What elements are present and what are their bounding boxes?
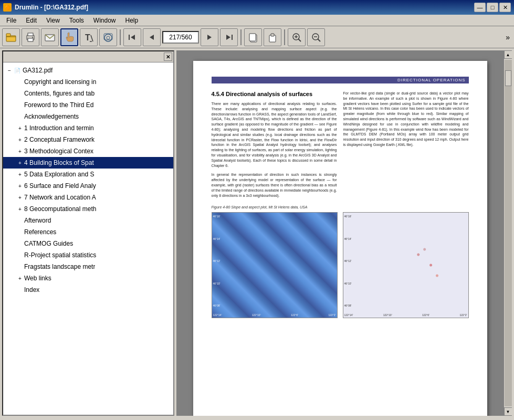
- print-button[interactable]: [22, 28, 39, 46]
- svg-marker-13: [150, 35, 154, 40]
- pdf-viewer: DIRECTIONAL OPERATIONS 4.5.4 Directional…: [176, 50, 512, 416]
- prev-page-button[interactable]: [143, 28, 161, 46]
- paste-button[interactable]: [264, 28, 281, 46]
- menu-file[interactable]: File: [2, 15, 20, 26]
- y-axis-labels-right: 46°16' 46°14' 46°12' 46°10' 46°08': [344, 215, 352, 307]
- sidebar-item-references[interactable]: References: [3, 226, 173, 238]
- menu-tools[interactable]: Tools: [65, 15, 88, 26]
- ch2-expand-icon[interactable]: +: [16, 135, 24, 144]
- pdf-scrollbar: ▲ ▼: [503, 50, 512, 416]
- ch3-label: 3 Methodological Contex: [24, 148, 93, 155]
- sidebar-item-weblinks[interactable]: + Web links: [3, 272, 173, 284]
- sidebar-item-ch2[interactable]: + 2 Conceptual Framework: [3, 134, 173, 145]
- pdf-body-right: For vector-like grid data (single or dua…: [343, 91, 469, 148]
- sidebar-item-index[interactable]: Index: [3, 284, 173, 296]
- ch4-label: 4 Building Blocks of Spat: [24, 159, 94, 166]
- close-panel-button[interactable]: ✕: [164, 52, 172, 61]
- scrollbar-track[interactable]: [505, 60, 512, 406]
- ch2-label: 2 Conceptual Framework: [24, 136, 95, 143]
- menu-help[interactable]: Help: [121, 15, 143, 26]
- ch1-expand-icon[interactable]: +: [16, 124, 24, 132]
- sidebar-item-catmog[interactable]: CATMOG Guides: [3, 238, 173, 249]
- next-page-button[interactable]: [201, 28, 218, 46]
- root-collapse-icon[interactable]: −: [5, 66, 14, 75]
- svg-text:T: T: [85, 33, 90, 42]
- separator-2: [240, 29, 242, 45]
- text-select-button[interactable]: T: [80, 28, 98, 46]
- svg-marker-14: [207, 35, 212, 40]
- svg-line-26: [318, 39, 320, 41]
- sidebar-item-acknowledgements[interactable]: Acknowledgements: [3, 111, 173, 122]
- copy-button[interactable]: [244, 28, 262, 46]
- ch7-expand-icon[interactable]: +: [16, 193, 24, 202]
- sidebar-item-foreword[interactable]: Foreword to the Third Ed: [3, 99, 173, 111]
- scrollbar-down-button[interactable]: ▼: [504, 407, 512, 416]
- sidebar-item-ch4[interactable]: + 4 Building Blocks of Spat: [3, 157, 173, 169]
- sidebar-item-ch1[interactable]: + 1 Introduction and termin: [3, 122, 173, 134]
- ch6-label: 6 Surface and Field Analy: [24, 182, 96, 190]
- tree-root-item[interactable]: − 📄 GA312.pdf: [3, 65, 173, 76]
- zoom-in-button[interactable]: [288, 28, 306, 46]
- menu-view[interactable]: View: [42, 15, 64, 26]
- pdf-scroll-area[interactable]: DIRECTIONAL OPERATIONS 4.5.4 Directional…: [176, 50, 503, 416]
- sidebar-item-afterword[interactable]: Afterword: [3, 215, 173, 226]
- sidebar-item-ch5[interactable]: + 5 Data Exploration and S: [3, 169, 173, 180]
- x-axis-labels: 122°14' 122°10' 122°6' 122°2': [213, 313, 336, 317]
- afterword-label: Afterword: [24, 217, 51, 224]
- zoom-out-button[interactable]: [307, 28, 325, 46]
- svg-point-5: [32, 37, 33, 38]
- more-tools-button[interactable]: »: [503, 33, 512, 41]
- ch7-label: 7 Network and Location A: [24, 194, 96, 201]
- page-number-input[interactable]: [162, 31, 199, 44]
- svg-rect-20: [271, 34, 274, 36]
- sidebar-item-rproject[interactable]: R-Project spatial statistics: [3, 249, 173, 261]
- svg-rect-18: [249, 34, 256, 41]
- email-button[interactable]: [41, 28, 59, 46]
- pdf-figure-caption: Figure 4-80 Slope and aspect plot, Mt St…: [212, 205, 469, 209]
- menu-bar: File Edit View Tools Window Help: [0, 15, 514, 26]
- minimize-button[interactable]: —: [474, 3, 486, 12]
- svg-rect-1: [6, 34, 11, 36]
- menu-edit[interactable]: Edit: [22, 15, 41, 26]
- menu-window[interactable]: Window: [89, 15, 120, 26]
- tree-root: − 📄 GA312.pdf Copyright and licensing in…: [3, 62, 173, 298]
- separator-1: [120, 29, 121, 45]
- ch8-expand-icon[interactable]: +: [16, 205, 24, 213]
- snapshot-button[interactable]: [99, 28, 117, 46]
- first-page-button[interactable]: [123, 28, 141, 46]
- ch3-expand-icon[interactable]: +: [16, 147, 24, 155]
- pdf-image-right: 46°16' 46°14' 46°12' 46°10' 46°08' 122°1…: [343, 212, 469, 318]
- sidebar-header: ✕: [3, 51, 173, 62]
- y-axis-labels: 46°16' 46°14' 46°12' 46°10' 46°08': [213, 215, 221, 307]
- ch5-expand-icon[interactable]: +: [16, 170, 24, 178]
- sidebar-item-ch3[interactable]: + 3 Methodological Contex: [3, 145, 173, 157]
- x-axis-labels-right: 122°14' 122°10' 122°6' 122°2': [344, 313, 467, 317]
- sidebar-item-copyright[interactable]: Copyright and licensing in: [3, 76, 173, 88]
- sidebar-item-contents[interactable]: Contents, figures and tab: [3, 88, 173, 99]
- weblinks-label: Web links: [24, 275, 51, 282]
- sidebar-panel: ✕ − 📄 GA312.pdf Copyright and licensing …: [2, 50, 174, 416]
- ch4-expand-icon[interactable]: +: [16, 159, 24, 167]
- weblinks-expand-icon[interactable]: +: [16, 274, 24, 282]
- sidebar-item-ch6[interactable]: + 6 Surface and Field Analy: [3, 180, 173, 192]
- window-controls: — □ ✕: [474, 3, 511, 12]
- title-bar: 🔶 Drumlin - [D:\GA312.pdf] — □ ✕: [0, 0, 514, 15]
- sidebar-item-ch7[interactable]: + 7 Network and Location A: [3, 192, 173, 203]
- scrollbar-thumb[interactable]: [505, 70, 511, 86]
- maximize-button[interactable]: □: [487, 3, 498, 12]
- last-page-button[interactable]: [220, 28, 238, 46]
- pdf-section-title: 4.5.4 Directional analysis of surfaces: [212, 91, 337, 97]
- open-button[interactable]: [2, 28, 20, 46]
- separator-3: [284, 29, 285, 45]
- pdf-body-note: In general the representation of directi…: [212, 172, 337, 198]
- references-label: References: [24, 228, 56, 236]
- scrollbar-up-button[interactable]: ▲: [504, 50, 512, 59]
- ch6-expand-icon[interactable]: +: [16, 182, 24, 190]
- sidebar-item-ch8[interactable]: + 8 Geocomputational meth: [3, 203, 173, 215]
- svg-point-8: [104, 34, 112, 41]
- close-button[interactable]: ✕: [499, 3, 511, 12]
- main-area: ✕ − 📄 GA312.pdf Copyright and licensing …: [0, 48, 514, 418]
- hand-tool-button[interactable]: [60, 28, 78, 46]
- sidebar-item-fragstats[interactable]: Fragstats landscape metr: [3, 261, 173, 272]
- svg-rect-3: [28, 33, 33, 36]
